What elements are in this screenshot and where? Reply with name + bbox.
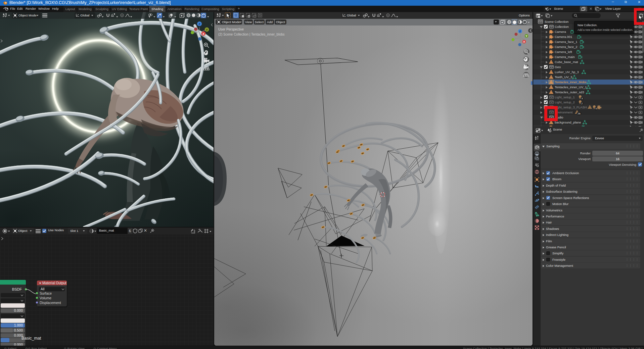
svg-text:Material Output: Material Output <box>42 281 66 285</box>
svg-text:X: X <box>523 40 525 43</box>
svg-text:Y: Y <box>206 28 208 32</box>
svg-text:0.000: 0.000 <box>14 308 23 312</box>
svg-text:0.500: 0.500 <box>14 328 23 332</box>
svg-text:X: X <box>202 32 204 36</box>
svg-text:Basic_mat: Basic_mat <box>21 336 41 341</box>
svg-text:Z: Z <box>519 30 521 33</box>
svg-text:All: All <box>41 287 45 291</box>
svg-text:Y: Y <box>525 35 527 38</box>
svg-text:Z: Z <box>198 22 200 26</box>
svg-text:BSDF: BSDF <box>12 287 22 291</box>
svg-text:Displacement: Displacement <box>40 301 61 305</box>
svg-text:Volume: Volume <box>40 296 51 300</box>
svg-text:Surface: Surface <box>40 291 52 295</box>
svg-text:1.000: 1.000 <box>14 323 23 327</box>
